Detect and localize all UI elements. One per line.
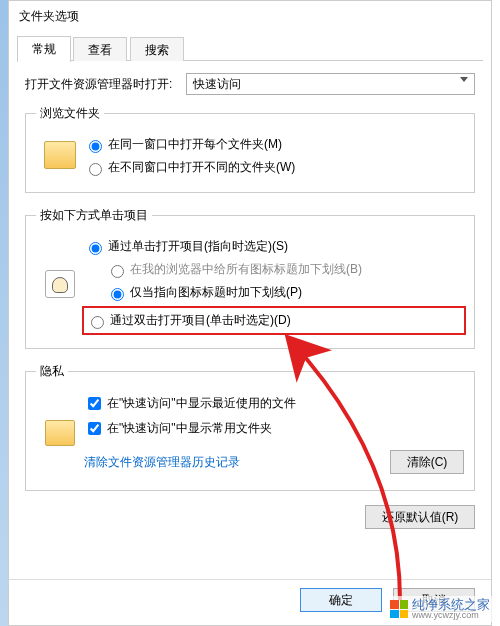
radio-underline-point-input[interactable] [111, 288, 124, 301]
click-icon-cell [36, 270, 84, 301]
radio-same-window-input[interactable] [89, 140, 102, 153]
radio-underline-all[interactable]: 在我的浏览器中给所有图标标题加下划线(B) [84, 258, 464, 281]
radio-single-click[interactable]: 通过单击打开项目(指向时选定)(S) [84, 235, 464, 258]
radio-new-window[interactable]: 在不同窗口中打开不同的文件夹(W) [84, 156, 464, 179]
radio-same-window-label: 在同一窗口中打开每个文件夹(M) [108, 136, 282, 153]
watermark-url: www.ycwzjy.com [412, 611, 490, 620]
tab-view[interactable]: 查看 [73, 37, 127, 61]
window-title: 文件夹选项 [19, 9, 79, 23]
radio-underline-point-label: 仅当指向图标标题时加下划线(P) [130, 284, 302, 301]
check-frequent-folders[interactable]: 在"快速访问"中显示常用文件夹 [84, 416, 464, 441]
restore-defaults-button[interactable]: 还原默认值(R) [365, 505, 475, 529]
watermark: 纯净系统之家 www.ycwzjy.com [386, 596, 494, 622]
highlight-box: 通过双击打开项目(单击时选定)(D) [82, 306, 466, 335]
check-frequent-folders-input[interactable] [88, 422, 101, 435]
tab-general[interactable]: 常规 [17, 36, 71, 62]
check-recent-files-label: 在"快速访问"中显示最近使用的文件 [107, 395, 296, 412]
check-frequent-folders-label: 在"快速访问"中显示常用文件夹 [107, 420, 272, 437]
radio-same-window[interactable]: 在同一窗口中打开每个文件夹(M) [84, 133, 464, 156]
open-in-row: 打开文件资源管理器时打开: 快速访问 [25, 73, 475, 95]
browse-legend: 浏览文件夹 [36, 105, 104, 122]
open-in-value: 快速访问 [193, 77, 241, 91]
radio-single-click-input[interactable] [89, 242, 102, 255]
radio-underline-all-input[interactable] [111, 265, 124, 278]
ok-button[interactable]: 确定 [300, 588, 382, 612]
radio-single-click-label: 通过单击打开项目(指向时选定)(S) [108, 238, 288, 255]
radio-double-click[interactable]: 通过双击打开项目(单击时选定)(D) [86, 309, 462, 332]
folder-options-dialog: 文件夹选项 常规 查看 搜索 打开文件资源管理器时打开: 快速访问 浏览文件夹 [8, 0, 492, 626]
radio-new-window-input[interactable] [89, 163, 102, 176]
clear-history-link[interactable]: 清除文件资源管理器历史记录 [84, 454, 240, 471]
titlebar: 文件夹选项 [9, 1, 491, 31]
folder-stack-icon [44, 141, 76, 169]
tab-content: 打开文件资源管理器时打开: 快速访问 浏览文件夹 在同一窗口中打开每个文件夹(M… [9, 61, 491, 529]
pointer-hand-icon [45, 270, 75, 298]
tab-search[interactable]: 搜索 [130, 37, 184, 61]
open-in-select[interactable]: 快速访问 [186, 73, 475, 95]
radio-double-click-label: 通过双击打开项目(单击时选定)(D) [110, 312, 291, 329]
restore-row: 还原默认值(R) [25, 505, 475, 529]
browse-folders-group: 浏览文件夹 在同一窗口中打开每个文件夹(M) 在不同窗口中打开不同的文件夹(W) [25, 105, 475, 193]
radio-double-click-input[interactable] [91, 316, 104, 329]
folder-clock-icon [45, 420, 75, 446]
radio-underline-point[interactable]: 仅当指向图标标题时加下划线(P) [84, 281, 464, 304]
watermark-logo-icon [390, 600, 408, 618]
tab-bar: 常规 查看 搜索 [17, 35, 483, 61]
radio-underline-all-label: 在我的浏览器中给所有图标标题加下划线(B) [130, 261, 362, 278]
left-edge-strip [0, 0, 8, 626]
open-in-label: 打开文件资源管理器时打开: [25, 76, 172, 93]
click-items-group: 按如下方式单击项目 通过单击打开项目(指向时选定)(S) 在我的浏览器中给所有图… [25, 207, 475, 349]
privacy-group: 隐私 在"快速访问"中显示最近使用的文件 在"快速访问"中显示常用文件夹 清 [25, 363, 475, 491]
clear-button[interactable]: 清除(C) [390, 450, 464, 474]
radio-new-window-label: 在不同窗口中打开不同的文件夹(W) [108, 159, 295, 176]
chevron-down-icon [460, 77, 468, 82]
browse-icon-cell [36, 141, 84, 172]
privacy-icon-cell [36, 420, 84, 449]
check-recent-files-input[interactable] [88, 397, 101, 410]
privacy-legend: 隐私 [36, 363, 68, 380]
check-recent-files[interactable]: 在"快速访问"中显示最近使用的文件 [84, 391, 464, 416]
click-legend: 按如下方式单击项目 [36, 207, 152, 224]
